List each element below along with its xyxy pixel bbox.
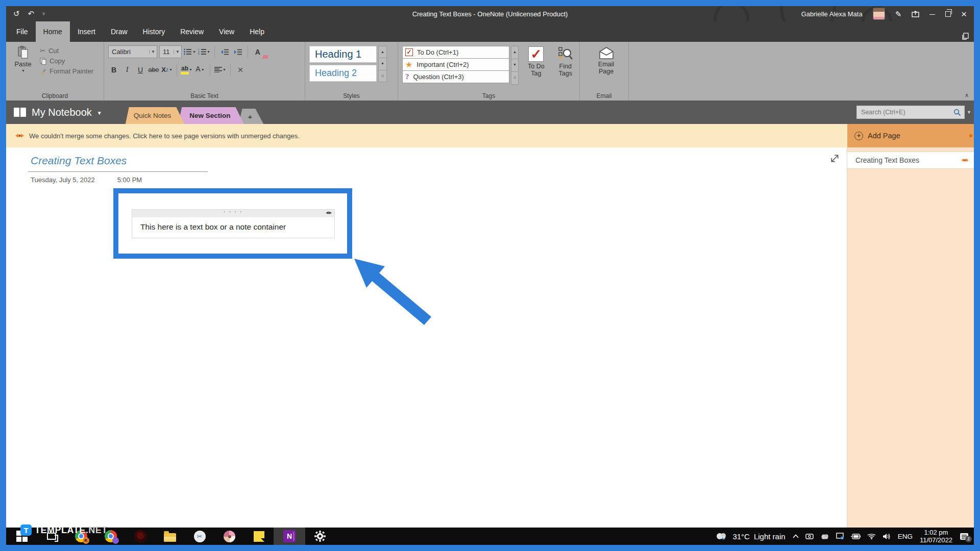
battery-icon[interactable]: [851, 534, 861, 539]
subscript-button[interactable]: X2▼: [161, 64, 173, 76]
style-heading2[interactable]: Heading 2: [309, 65, 377, 82]
tags-scroll-down[interactable]: ▼: [511, 59, 519, 72]
separator: [230, 64, 231, 76]
close-button[interactable]: ×: [961, 9, 967, 19]
note-container[interactable]: · · · · ◀▶ This here is a text box or a …: [132, 209, 335, 238]
bold-button[interactable]: B: [108, 64, 119, 76]
strikethrough-button[interactable]: abe: [148, 64, 159, 76]
onenote-window: ↺ ↶ ▿ Creating Text Boxes - OneNote (Unl…: [6, 6, 974, 545]
add-page-button[interactable]: + Add Page: [847, 124, 974, 147]
paste-dropdown-icon[interactable]: ▼: [21, 69, 25, 72]
taskbar-app-media[interactable]: [126, 528, 155, 545]
resize-handle-icon[interactable]: ◀▶: [326, 211, 332, 215]
increase-indent-button[interactable]: [232, 46, 243, 58]
notebook-icon: [13, 107, 27, 118]
taskbar-app-settings[interactable]: [305, 528, 335, 545]
format-painter-button[interactable]: Format Painter: [40, 67, 93, 75]
tab-insert[interactable]: Insert: [70, 21, 103, 42]
style-heading1[interactable]: Heading 1: [309, 46, 377, 63]
search-scope-dropdown-icon[interactable]: ▼: [967, 110, 971, 115]
font-color-button[interactable]: A▼: [194, 64, 206, 76]
section-tab-new-section[interactable]: New Section: [178, 107, 243, 124]
pages-icon[interactable]: [962, 33, 969, 40]
tray-expand-icon[interactable]: [793, 534, 799, 538]
page-title[interactable]: Creating Text Boxes: [31, 155, 127, 167]
tab-draw[interactable]: Draw: [103, 21, 135, 42]
drag-handle-icon[interactable]: · · · ·: [132, 209, 334, 215]
restore-button[interactable]: [945, 11, 951, 17]
merge-warning-banner[interactable]: We couldn't merge some changes. Click he…: [6, 124, 847, 147]
taskbar-app-snipping-tool[interactable]: ✂: [185, 528, 214, 545]
paragraph-alignment-button[interactable]: ▼: [214, 64, 226, 76]
separator: [177, 64, 177, 76]
styles-scroll-down[interactable]: ▼: [378, 58, 387, 70]
taskbar-app-onenote[interactable]: N: [274, 528, 305, 545]
action-center-button[interactable]: 2: [960, 533, 969, 540]
quick-access-dropdown-icon[interactable]: ▿: [42, 11, 45, 16]
weather-icon: [715, 532, 728, 541]
collapse-ribbon-icon[interactable]: ∧: [965, 92, 969, 98]
page-list-item[interactable]: Creating Text Boxes: [847, 152, 974, 169]
delete-button[interactable]: ×: [235, 64, 246, 76]
font-family-select[interactable]: Calibri▼: [108, 45, 157, 58]
bullet-list-button[interactable]: ▼: [184, 46, 196, 58]
avatar[interactable]: [873, 8, 885, 20]
back-icon[interactable]: ↺: [13, 9, 20, 18]
tab-history[interactable]: History: [135, 21, 173, 42]
tag-todo[interactable]: ✓ To Do (Ctrl+1): [402, 46, 509, 59]
tab-file[interactable]: File: [6, 21, 36, 42]
tags-more-button[interactable]: ⍗: [511, 71, 519, 85]
onedrive-icon[interactable]: [820, 533, 829, 539]
clock[interactable]: 1:02 pm 11/07/2022: [920, 529, 952, 544]
language-indicator[interactable]: ENG: [898, 533, 913, 540]
undo-icon[interactable]: ↶: [28, 9, 35, 18]
cut-button[interactable]: ✂ Cut: [40, 47, 93, 55]
user-name[interactable]: Gabrielle Alexa Mata: [801, 10, 863, 18]
pages-panel: Creating Text Boxes: [847, 147, 974, 528]
pen-icon[interactable]: ✎: [895, 10, 902, 18]
copy-button[interactable]: Copy: [40, 57, 93, 65]
search-icon[interactable]: [953, 109, 961, 116]
notebook-selector[interactable]: My Notebook ▼: [6, 107, 102, 118]
search-input[interactable]: [857, 109, 953, 116]
email-page-button[interactable]: EmailPage: [593, 46, 620, 90]
weather-widget[interactable]: 31°C Light rain: [715, 532, 785, 541]
underline-button[interactable]: U: [135, 64, 146, 76]
styles-more-button[interactable]: ⍗: [378, 70, 387, 82]
screen-record-icon[interactable]: [805, 533, 814, 540]
page-canvas[interactable]: Creating Text Boxes Tuesday, July 5, 202…: [6, 147, 847, 528]
taskbar-app-paint[interactable]: [214, 528, 244, 545]
highlight-button[interactable]: ab▼: [181, 64, 192, 76]
search-box[interactable]: [856, 106, 965, 119]
display-connect-icon[interactable]: [836, 533, 844, 540]
ribbon-tabs: File Home Insert Draw History Review Vie…: [6, 21, 974, 42]
italic-button[interactable]: I: [121, 64, 133, 76]
wifi-icon[interactable]: [867, 533, 876, 539]
todo-tag-button[interactable]: ✓ To DoTag: [524, 46, 548, 90]
note-text[interactable]: This here is a text box or a note contai…: [132, 217, 334, 232]
volume-icon[interactable]: [883, 533, 891, 540]
styles-scroll-up[interactable]: ▲: [378, 46, 387, 58]
todo-tag-icon: ✓: [528, 46, 544, 62]
full-page-view-icon[interactable]: [830, 154, 840, 163]
tags-scroll-up[interactable]: ▲: [511, 46, 519, 59]
numbered-list-button[interactable]: 123 ▼: [198, 46, 210, 58]
tab-view[interactable]: View: [211, 21, 242, 42]
font-size-select[interactable]: 11▼: [159, 45, 182, 58]
clear-formatting-button[interactable]: A: [252, 46, 263, 58]
tab-review[interactable]: Review: [173, 21, 211, 42]
tag-important[interactable]: ★ Important (Ctrl+2): [402, 58, 509, 71]
decrease-indent-button[interactable]: [219, 46, 230, 58]
group-clipboard: Paste ▼ ✂ Cut Copy: [6, 42, 104, 101]
taskbar-app-sticky-notes[interactable]: [244, 528, 274, 545]
minimize-button[interactable]: ─: [929, 10, 935, 18]
note-container-header[interactable]: · · · · ◀▶: [132, 210, 334, 217]
tag-question[interactable]: ? Question (Ctrl+3): [402, 70, 509, 83]
tab-home[interactable]: Home: [36, 21, 70, 42]
tab-help[interactable]: Help: [242, 21, 272, 42]
section-tab-quick-notes[interactable]: Quick Notes: [126, 107, 185, 124]
share-window-icon[interactable]: [912, 11, 919, 17]
paste-button[interactable]: Paste ▼: [11, 46, 35, 90]
taskbar-app-file-explorer[interactable]: [155, 528, 185, 545]
find-tags-button[interactable]: FindTags: [554, 46, 577, 90]
